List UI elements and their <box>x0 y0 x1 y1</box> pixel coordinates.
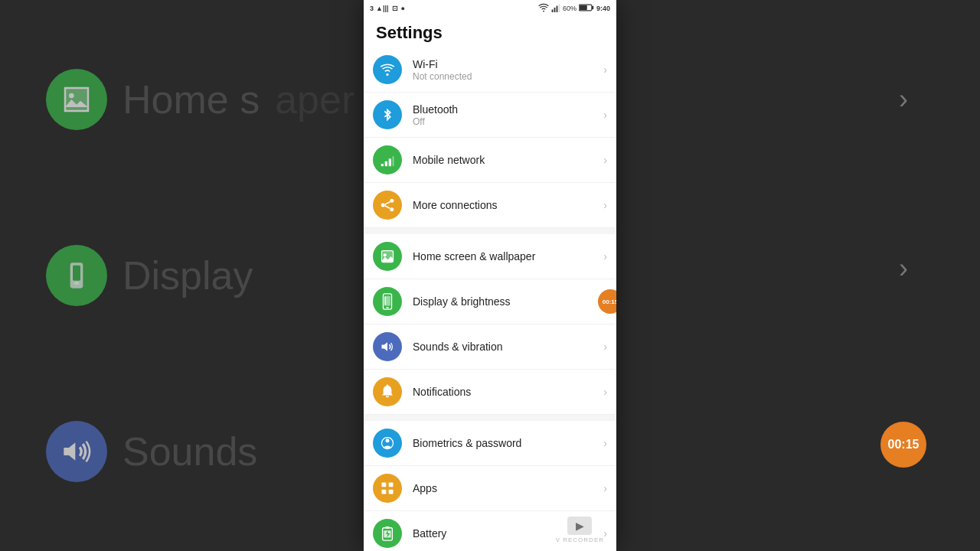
settings-item-mobile[interactable]: Mobile network › <box>364 138 616 183</box>
svg-rect-8 <box>554 8 556 12</box>
biometrics-icon-circle <box>373 429 402 458</box>
signal-icon <box>551 3 560 14</box>
battery-chevron: › <box>603 527 607 540</box>
svg-rect-30 <box>384 297 385 305</box>
vrecorder-icon: ▶ <box>567 517 592 535</box>
svg-point-33 <box>386 439 390 442</box>
svg-point-26 <box>384 253 387 256</box>
bluetooth-sublabel: Off <box>413 116 600 127</box>
bg-text-home2: aper <box>275 77 354 122</box>
settings-item-connections[interactable]: More connections › <box>364 183 616 228</box>
svg-point-32 <box>387 385 389 387</box>
svg-line-22 <box>385 202 390 204</box>
svg-marker-31 <box>382 342 388 351</box>
svg-rect-13 <box>580 5 587 10</box>
bluetooth-content: Bluetooth Off <box>413 103 600 127</box>
bg-text-display: Display <box>122 253 253 298</box>
svg-rect-5 <box>71 266 73 279</box>
svg-rect-40 <box>385 527 389 529</box>
phone-panel: 3 ▲||| ⊡ ● 60% <box>364 0 616 551</box>
section-divider-2 <box>364 415 616 421</box>
homescreen-label: Home screen & wallpaper <box>413 250 600 262</box>
settings-list: Wi-Fi Not connected › Bluetooth Off › <box>364 47 616 551</box>
connections-icon-circle <box>373 191 402 220</box>
mobile-icon-circle <box>373 145 402 174</box>
svg-rect-18 <box>393 156 394 166</box>
sounds-chevron: › <box>603 341 607 353</box>
wifi-chevron: › <box>603 64 607 76</box>
biometrics-label: Biometrics & password <box>413 437 600 449</box>
sim2-indicator: ⊡ <box>392 5 398 12</box>
svg-line-23 <box>385 206 390 208</box>
bluetooth-icon-circle <box>373 100 402 129</box>
svg-point-14 <box>386 73 388 76</box>
section-divider-1 <box>364 228 616 234</box>
svg-rect-15 <box>381 164 384 166</box>
biometrics-content: Biometrics & password <box>413 437 600 449</box>
mobile-chevron: › <box>603 154 607 166</box>
svg-marker-6 <box>64 442 75 460</box>
wifi-icon-circle <box>373 55 402 84</box>
svg-rect-29 <box>386 307 389 308</box>
bg-text-sounds: Sounds <box>122 429 257 474</box>
notifications-label: Notifications <box>413 386 600 398</box>
bg-icon-display <box>46 245 107 306</box>
apps-content: Apps <box>413 482 600 494</box>
apps-label: Apps <box>413 482 600 494</box>
vrecorder-text: V RECORDER <box>556 536 604 543</box>
bg-icon-sounds <box>46 421 107 482</box>
bluetooth-label: Bluetooth <box>413 103 600 116</box>
settings-item-notifications[interactable]: Notifications › <box>364 370 616 415</box>
svg-rect-16 <box>385 161 387 167</box>
svg-rect-0 <box>65 88 88 111</box>
settings-item-bluetooth[interactable]: Bluetooth Off › <box>364 93 616 138</box>
settings-item-display[interactable]: Display & brightness › 00:15 <box>364 279 616 324</box>
battery-icon-circle <box>373 519 402 548</box>
display-content: Display & brightness <box>413 295 600 308</box>
wifi-content: Wi-Fi Not connected <box>413 58 600 82</box>
biometrics-chevron: › <box>603 437 607 449</box>
homescreen-content: Home screen & wallpaper <box>413 250 600 262</box>
connections-content: More connections <box>413 199 600 211</box>
connections-chevron: › <box>603 199 607 211</box>
connections-label: More connections <box>413 199 600 211</box>
bg-recording-badge: 00:15 <box>880 422 926 468</box>
bg-item-home: Home s aper <box>46 69 354 130</box>
notifications-chevron: › <box>603 386 607 398</box>
svg-rect-12 <box>592 6 593 10</box>
signal-bars: ▲||| <box>376 5 388 12</box>
bluetooth-chevron: › <box>603 109 607 121</box>
settings-item-apps[interactable]: Apps › <box>364 466 616 511</box>
svg-rect-4 <box>74 282 80 284</box>
bg-text-home: Home s <box>122 77 260 122</box>
vrecorder-watermark: ▶ V RECORDER <box>556 517 604 543</box>
settings-item-sounds[interactable]: Sounds & vibration › <box>364 324 616 370</box>
display-icon-circle <box>373 287 402 316</box>
settings-item-battery[interactable]: Battery › ▶ V RECORDER <box>364 511 616 551</box>
bg-right: › › 00:15 <box>827 0 980 551</box>
homescreen-icon-circle <box>373 242 402 271</box>
homescreen-chevron: › <box>603 250 607 262</box>
svg-rect-36 <box>389 483 394 487</box>
recording-badge: 00:15 <box>598 289 616 314</box>
svg-rect-38 <box>389 490 394 494</box>
svg-rect-9 <box>557 6 558 12</box>
apps-chevron: › <box>603 482 607 494</box>
svg-point-19 <box>381 204 385 207</box>
bg-chevron-2: › <box>899 253 908 285</box>
svg-rect-17 <box>389 158 391 166</box>
svg-point-20 <box>390 199 394 203</box>
bg-icon-home <box>46 69 107 130</box>
recording-indicator: ● <box>400 5 404 12</box>
battery-icon <box>579 3 594 14</box>
wifi-sublabel: Not connected <box>413 71 600 82</box>
notifications-content: Notifications <box>413 386 600 398</box>
settings-item-homescreen[interactable]: Home screen & wallpaper › <box>364 234 616 279</box>
svg-rect-3 <box>73 266 80 281</box>
svg-rect-7 <box>552 9 554 12</box>
status-left: 3 ▲||| ⊡ ● <box>370 5 405 12</box>
wifi-label: Wi-Fi <box>413 58 600 70</box>
settings-item-wifi[interactable]: Wi-Fi Not connected › <box>364 47 616 93</box>
time: 9:40 <box>596 5 610 12</box>
settings-item-biometrics[interactable]: Biometrics & password › <box>364 421 616 466</box>
